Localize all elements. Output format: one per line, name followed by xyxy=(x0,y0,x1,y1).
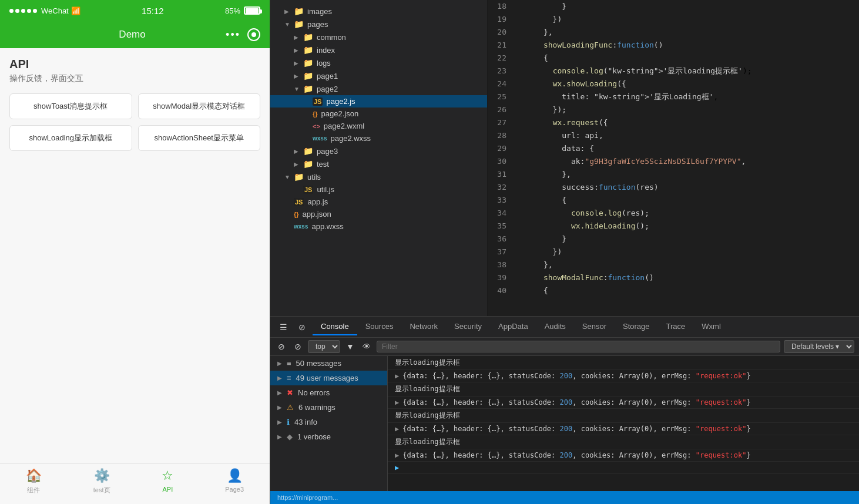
devtools-tab-security[interactable]: Security xyxy=(446,318,490,335)
console-sidebar-item-0[interactable]: ▶ ≡ 50 messages xyxy=(270,356,387,371)
nav-icons: ••• xyxy=(226,28,260,41)
code-line: 28 url: api, xyxy=(488,129,859,142)
devtools-tab-network[interactable]: Network xyxy=(401,318,446,335)
code-line: 37 }) xyxy=(488,246,859,258)
console-sidebar: ▶ ≡ 50 messages ▶ ≡ 49 user messages ▶ ✖… xyxy=(270,356,388,491)
log-data: {data: {…}, header: {…}, statusCode: 200… xyxy=(402,425,750,433)
code-line: 26 }); xyxy=(488,103,859,116)
expand-arrow[interactable]: ▶ xyxy=(395,425,399,433)
tree-item-page2-wxml[interactable]: <> page2.wxml xyxy=(270,120,487,132)
devtools-tab-appdata[interactable]: AppData xyxy=(490,318,536,335)
console-sidebar-item-3[interactable]: ▶ ⚠ 6 warnings xyxy=(270,400,387,415)
tree-arrow: ▶ xyxy=(294,161,303,167)
line-content: wx.showLoading({ xyxy=(516,78,626,90)
record-icon[interactable] xyxy=(247,28,260,41)
tree-item-page2-js[interactable]: JS page2.js xyxy=(270,95,487,107)
console-log-line-6: 显示loading提示框 xyxy=(388,435,859,449)
console-log-line-1: ▶ {data: {…}, header: {…}, statusCode: 2… xyxy=(388,370,859,382)
line-number: 36 xyxy=(488,233,516,246)
show-action-sheet-btn[interactable]: showActionSheet显示菜单 xyxy=(138,125,261,151)
console-sidebar-item-4[interactable]: ▶ ℹ 43 info xyxy=(270,415,387,429)
inspect-btn[interactable]: ⊘ xyxy=(294,319,310,335)
levels-select[interactable]: Default levels ▾ xyxy=(784,340,854,353)
tree-item-images[interactable]: ▶ 📁 images xyxy=(270,5,487,18)
line-number: 18 xyxy=(488,0,516,13)
json-icon: {} xyxy=(294,211,299,218)
tree-item-page3[interactable]: ▶ 📁 page3 xyxy=(270,145,487,157)
tree-item-common[interactable]: ▶ 📁 common xyxy=(270,31,487,43)
tree-item-utils[interactable]: ▼ 📁 utils xyxy=(270,170,487,183)
folder-icon: 📁 xyxy=(303,159,313,169)
line-content: wx.hideLoading(); xyxy=(516,220,649,233)
tree-item-page2-wxss[interactable]: wxss page2.wxss xyxy=(270,132,487,145)
dropdown-icon[interactable]: ▼ xyxy=(344,340,357,353)
show-toast-btn[interactable]: showToast消息提示框 xyxy=(9,93,132,119)
console-sidebar-item-5[interactable]: ▶ ◆ 1 verbose xyxy=(270,429,387,444)
nav-item-page3[interactable]: 👤 Page3 xyxy=(225,468,244,497)
log-text: 显示loading提示框 xyxy=(395,437,460,447)
devtools-tab-trace[interactable]: Trace xyxy=(658,318,694,335)
tree-item-page2[interactable]: ▼ 📁 page2 xyxy=(270,82,487,95)
tree-item-app-wxss[interactable]: wxss app.wxss xyxy=(270,220,487,233)
line-number: 27 xyxy=(488,116,516,129)
nav-item-test[interactable]: ⚙️ test页 xyxy=(93,468,110,497)
context-select[interactable]: top xyxy=(308,340,340,353)
console-sidebar-item-1[interactable]: ▶ ≡ 49 user messages xyxy=(270,371,387,385)
show-loading-btn[interactable]: showLoading显示加载框 xyxy=(9,125,132,151)
tree-item-logs[interactable]: ▶ 📁 logs xyxy=(270,56,487,69)
console-log-line-7: ▶ {data: {…}, header: {…}, statusCode: 2… xyxy=(388,449,859,462)
wxss-icon: wxss xyxy=(294,223,308,230)
line-number: 23 xyxy=(488,65,516,78)
folder-icon: 📁 xyxy=(303,84,313,93)
line-number: 35 xyxy=(488,220,516,233)
devtools-tab-storage[interactable]: Storage xyxy=(615,318,658,335)
code-panel: 18 } 19 }) 20 }, 21 showLoadingFunc:func… xyxy=(488,0,859,504)
mobile-bottom-nav: 🏠 组件 ⚙️ test页 ☆ API 👤 Page3 xyxy=(0,463,270,504)
tree-item-label: app.wxss xyxy=(311,222,482,231)
nav-item-api[interactable]: ☆ API xyxy=(162,468,173,497)
tree-item-pages[interactable]: ▼ 📁 pages xyxy=(270,18,487,31)
expand-arrow[interactable]: ▶ xyxy=(395,451,399,459)
eye-icon[interactable]: 👁 xyxy=(360,340,373,353)
expand-arrow[interactable]: ▶ xyxy=(395,372,399,380)
tree-item-test[interactable]: ▶ 📁 test xyxy=(270,157,487,170)
line-content: url: api, xyxy=(516,129,603,142)
folder-icon: 📁 xyxy=(294,172,304,182)
tree-item-util-js[interactable]: JS util.js xyxy=(270,183,487,196)
console-prompt-line[interactable]: ▶ xyxy=(388,462,859,474)
signal-dots xyxy=(9,9,37,13)
folder-icon: 📁 xyxy=(303,58,313,68)
tree-item-page1[interactable]: ▶ 📁 page1 xyxy=(270,69,487,82)
devtools-tab-audits[interactable]: Audits xyxy=(536,318,574,335)
tree-item-page2-json[interactable]: {} page2.json xyxy=(270,107,487,120)
console-toggle-btn[interactable]: ☰ xyxy=(275,319,291,335)
tree-item-index[interactable]: ▶ 📁 index xyxy=(270,43,487,56)
js-icon: JS xyxy=(294,198,304,206)
pause-btn[interactable]: ⊘ xyxy=(291,340,304,353)
more-icon[interactable]: ••• xyxy=(226,29,240,41)
tree-item-label: page2.js xyxy=(326,97,482,106)
sidebar-arrow: ▶ xyxy=(277,375,282,381)
devtools-tab-sensor[interactable]: Sensor xyxy=(574,318,615,335)
devtools-tab-console[interactable]: Console xyxy=(313,318,357,335)
devtools-tab-wxml[interactable]: Wxml xyxy=(693,318,729,335)
expand-arrow[interactable]: ▶ xyxy=(395,398,399,406)
line-number: 39 xyxy=(488,271,516,284)
tree-item-app-json[interactable]: {} app.json xyxy=(270,208,487,220)
line-content: }, xyxy=(516,168,571,181)
tree-item-label: pages xyxy=(307,20,482,29)
devtools-tab-sources[interactable]: Sources xyxy=(357,318,402,335)
warning-icon: ⚠ xyxy=(287,403,294,412)
clear-console-btn[interactable]: ⊘ xyxy=(275,340,288,353)
sidebar-arrow: ▶ xyxy=(277,389,282,396)
line-number: 34 xyxy=(488,207,516,220)
show-modal-btn[interactable]: showModal显示模态对话框 xyxy=(138,93,261,119)
folder-icon: 📁 xyxy=(303,32,313,42)
console-sidebar-item-2[interactable]: ▶ ✖ No errors xyxy=(270,385,387,400)
tree-arrow: ▼ xyxy=(284,21,294,28)
component-icon: 🏠 xyxy=(26,468,42,483)
filter-input[interactable] xyxy=(377,341,780,352)
nav-item-component[interactable]: 🏠 组件 xyxy=(26,468,42,497)
sidebar-item-label: 43 info xyxy=(294,418,380,426)
tree-item-app-js[interactable]: JS app.js xyxy=(270,196,487,208)
